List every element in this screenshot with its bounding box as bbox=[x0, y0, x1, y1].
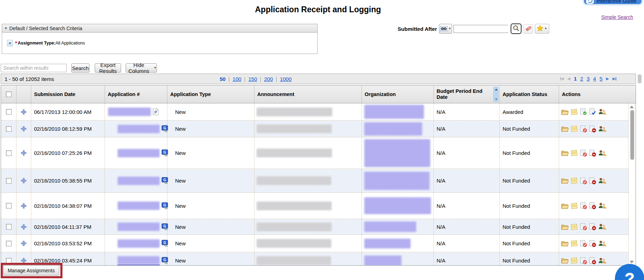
page-size-1000[interactable]: 1000 bbox=[280, 76, 291, 82]
doc-stopped-icon[interactable] bbox=[589, 257, 596, 264]
open-folder-icon[interactable] bbox=[561, 125, 569, 132]
open-folder-icon[interactable] bbox=[561, 224, 569, 230]
expand-plus-icon[interactable] bbox=[21, 224, 27, 230]
doc-rejected-icon[interactable] bbox=[580, 240, 587, 247]
column-header-submission-date[interactable]: Submission Date bbox=[31, 86, 105, 103]
doc-rejected-icon[interactable] bbox=[580, 150, 587, 157]
search-within-results-input[interactable] bbox=[1, 64, 67, 72]
application-number-redacted[interactable] bbox=[118, 223, 160, 231]
doc-rejected-icon[interactable] bbox=[580, 202, 587, 209]
notes-icon[interactable] bbox=[571, 240, 578, 247]
column-header-organization[interactable]: Organization bbox=[362, 86, 434, 103]
expand-plus-icon[interactable] bbox=[21, 203, 27, 209]
expand-plus-icon[interactable] bbox=[21, 178, 27, 184]
doc-stopped-icon[interactable] bbox=[589, 240, 596, 247]
last-page-icon[interactable]: ▶ bbox=[612, 77, 616, 81]
page-size-50[interactable]: 50 bbox=[220, 76, 226, 82]
doc-checked-icon[interactable] bbox=[589, 108, 596, 115]
notes-icon[interactable] bbox=[571, 125, 578, 132]
run-search-button[interactable] bbox=[511, 23, 522, 34]
doc-rejected-icon[interactable] bbox=[580, 223, 587, 230]
row-checkbox[interactable] bbox=[6, 241, 12, 246]
doc-approved-icon[interactable] bbox=[580, 108, 587, 115]
doc-rejected-icon[interactable] bbox=[580, 125, 587, 132]
expand-plus-icon[interactable] bbox=[21, 240, 27, 246]
hide-columns-button[interactable]: Hide Columns▼ bbox=[126, 63, 157, 73]
application-number-redacted[interactable] bbox=[118, 125, 160, 133]
row-checkbox[interactable] bbox=[6, 203, 12, 209]
previous-page-icon[interactable]: ◀ bbox=[567, 77, 570, 81]
notes-icon[interactable] bbox=[571, 177, 578, 184]
doc-stopped-icon[interactable] bbox=[589, 177, 596, 184]
help-button[interactable]: ? bbox=[615, 264, 644, 280]
manage-assignment-icon[interactable] bbox=[598, 125, 607, 132]
simple-search-link[interactable]: Simple Search bbox=[601, 14, 633, 20]
search-field-selector-button[interactable]: ▼ bbox=[439, 24, 452, 34]
expand-plus-icon[interactable] bbox=[21, 109, 27, 115]
doc-stopped-icon[interactable] bbox=[589, 125, 596, 132]
search-button[interactable]: Search bbox=[71, 63, 89, 73]
row-checkbox[interactable] bbox=[6, 126, 12, 132]
first-page-icon[interactable]: ◀ bbox=[560, 77, 564, 81]
column-header-application-status[interactable]: Application Status bbox=[500, 86, 559, 103]
sort-control[interactable] bbox=[493, 87, 498, 102]
row-checkbox[interactable] bbox=[6, 150, 12, 156]
export-results-button[interactable]: Export Results bbox=[95, 63, 121, 73]
open-folder-icon[interactable] bbox=[561, 177, 569, 184]
page-5[interactable]: 5 bbox=[599, 76, 602, 82]
application-number-redacted[interactable] bbox=[108, 108, 151, 116]
manage-assignment-icon[interactable] bbox=[598, 202, 607, 209]
page-size-200[interactable]: 200 bbox=[264, 76, 273, 82]
remove-filter-icon[interactable]: × bbox=[7, 40, 13, 46]
page-size-100[interactable]: 100 bbox=[233, 76, 241, 82]
manage-assignments-button[interactable]: Manage Assignments bbox=[3, 265, 59, 275]
application-number-redacted[interactable] bbox=[118, 177, 160, 185]
open-folder-icon[interactable] bbox=[561, 203, 569, 209]
doc-rejected-icon[interactable] bbox=[580, 257, 587, 264]
page-3[interactable]: 3 bbox=[587, 76, 590, 82]
manage-assignment-icon[interactable] bbox=[598, 108, 607, 115]
select-all-checkbox[interactable] bbox=[6, 91, 12, 97]
notes-icon[interactable] bbox=[571, 224, 578, 230]
submitted-after-input[interactable] bbox=[454, 25, 518, 33]
scroll-up-icon[interactable] bbox=[630, 105, 634, 108]
open-folder-icon[interactable] bbox=[561, 150, 569, 156]
window-scrollbar-thumb[interactable] bbox=[638, 74, 642, 83]
page-1[interactable]: 1 bbox=[574, 76, 577, 82]
application-number-redacted[interactable] bbox=[118, 202, 160, 210]
page-size-150[interactable]: 150 bbox=[248, 76, 257, 82]
row-checkbox[interactable] bbox=[6, 178, 12, 184]
column-header-announcement[interactable]: Announcement bbox=[254, 86, 362, 103]
application-number-redacted[interactable] bbox=[118, 256, 160, 265]
manage-assignment-icon[interactable] bbox=[598, 240, 607, 247]
search-criteria-header[interactable]: ▾ Default / Selected Search Criteria bbox=[2, 24, 318, 33]
row-checkbox[interactable] bbox=[6, 109, 12, 115]
manage-assignment-icon[interactable] bbox=[598, 257, 607, 264]
expand-plus-icon[interactable] bbox=[21, 126, 27, 132]
open-folder-icon[interactable] bbox=[561, 109, 569, 115]
manage-assignment-icon[interactable] bbox=[598, 150, 607, 157]
open-folder-icon[interactable] bbox=[561, 240, 569, 247]
favorites-button[interactable]: ▼ bbox=[535, 24, 549, 34]
page-2[interactable]: 2 bbox=[580, 76, 583, 82]
notes-icon[interactable] bbox=[571, 257, 578, 264]
column-header-application-type[interactable]: Application Type bbox=[167, 86, 254, 103]
clear-search-button[interactable] bbox=[524, 24, 533, 34]
manage-assignment-icon[interactable] bbox=[598, 177, 607, 184]
next-page-icon[interactable]: ▶ bbox=[606, 77, 609, 81]
scroll-down-icon[interactable] bbox=[630, 261, 634, 264]
expand-plus-icon[interactable] bbox=[21, 150, 27, 156]
notes-icon[interactable] bbox=[571, 203, 578, 209]
application-number-redacted[interactable] bbox=[118, 149, 160, 157]
open-folder-icon[interactable] bbox=[561, 257, 569, 264]
interactive-guide-button[interactable]: Interactive Guide bbox=[583, 0, 642, 5]
column-header-budget-period-end-date[interactable]: Budget Period End Date bbox=[434, 86, 500, 103]
grid-scrollbar-thumb[interactable] bbox=[630, 110, 634, 160]
doc-stopped-icon[interactable] bbox=[589, 223, 596, 230]
notes-icon[interactable] bbox=[571, 150, 578, 156]
row-checkbox[interactable] bbox=[6, 224, 12, 230]
column-header-application-number[interactable]: Application # bbox=[105, 86, 167, 103]
doc-stopped-icon[interactable] bbox=[589, 150, 596, 157]
manage-assignment-icon[interactable] bbox=[598, 223, 607, 230]
notes-icon[interactable] bbox=[571, 109, 578, 115]
